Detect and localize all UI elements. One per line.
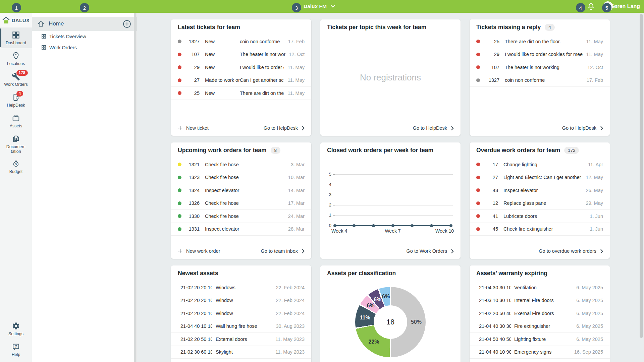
asset-row[interactable]: 21-04 30 30 10 Ventilation 6. May 2025: [470, 281, 610, 294]
ticket-row[interactable]: 107 New The heater is not working 12. Oc…: [171, 48, 311, 61]
work-order-row[interactable]: 1323 Check fire hose 10. Mar: [171, 171, 311, 184]
work-order-row[interactable]: 1331 Inspect elevator 28. Mar: [171, 223, 311, 236]
panel-item[interactable]: Tickets Overview: [32, 31, 137, 42]
sidebar-item-dashboard[interactable]: Dashboard: [0, 27, 32, 48]
work-order-row[interactable]: 12 Replace glass pane 29. May: [470, 197, 610, 210]
sidebar-item-documentation[interactable]: Documen- tation: [0, 131, 32, 156]
work-order-row[interactable]: 1326 Check fire hose 17. Mar: [171, 197, 311, 210]
ticket-row[interactable]: 107 The heater is not working 12. Oct: [470, 61, 610, 74]
ticket-row[interactable]: 29 I would like to order cookies for mee…: [470, 48, 610, 61]
work-order-date: 17. Mar: [288, 200, 305, 206]
status-dot: [476, 188, 480, 192]
panel-item[interactable]: Work Orders: [32, 42, 137, 53]
sidebar-item-settings[interactable]: Settings: [0, 318, 32, 339]
work-order-row[interactable]: 1330 Check fire hose 24. Mar: [171, 210, 311, 223]
work-order-date: 24. Mar: [288, 214, 305, 219]
work-order-subject: Check fire hose: [205, 200, 285, 206]
new-ticket-button[interactable]: New ticket: [178, 125, 209, 131]
count-badge: 4: [545, 24, 555, 31]
work-order-row[interactable]: 1324 Inspect elevator 14. Mar: [171, 184, 311, 197]
ticket-row[interactable]: 29 New I would like to order cookies for…: [171, 61, 311, 74]
asset-name: Ventilation: [514, 285, 573, 290]
asset-row[interactable]: 21-02 20 20 10 Windows 22. Feb 2024: [171, 281, 311, 294]
status-dot: [476, 78, 480, 82]
ticket-row[interactable]: 27 Made to work order Can I get another …: [171, 74, 311, 87]
work-order-row[interactable]: 27 Light and Electric: Can I get another…: [470, 171, 610, 184]
card-title: Upcoming work orders for team: [178, 147, 267, 154]
svg-text:?: ?: [15, 344, 17, 348]
work-order-row[interactable]: 1321 Check fire hose 3. Mar: [171, 158, 311, 171]
ticket-row[interactable]: 1327 coin non conforme 17. Feb: [470, 74, 610, 87]
work-order-row[interactable]: 43 Inspect elevator 26. May: [470, 184, 610, 197]
asset-row[interactable]: 21-04 40 30 30 Fire extinguisher 6. May …: [470, 320, 610, 333]
work-order-id: 27: [483, 175, 498, 180]
work-order-row[interactable]: 17 Change lighting 11. Apr: [470, 158, 610, 171]
asset-id: 21-02 30 60 10: [180, 349, 212, 355]
go-to-work-orders-link[interactable]: Go to Work Orders: [407, 248, 454, 254]
asset-row[interactable]: 21-02 20 50 10 External doors 11. May 20…: [171, 333, 311, 346]
work-order-id: 1326: [185, 200, 200, 206]
go-to-helpdesk-link[interactable]: Go to HelpDesk: [562, 125, 603, 131]
asset-date: 11. May 2023: [275, 349, 305, 355]
work-order-date: 29. May: [586, 200, 603, 206]
chevron-right-icon: [451, 249, 454, 253]
card-tickets-per-topic: Tickets per topic this week for team No …: [320, 19, 461, 136]
go-to-overdue-work-orders-link[interactable]: Go to overdue work orders: [539, 248, 603, 254]
asset-row[interactable]: 21-04 50 40 50 Lighting fixture 6. May 2…: [470, 333, 610, 346]
ticket-row[interactable]: 1327 New coin non conforme 17. Feb: [171, 35, 311, 48]
go-to-helpdesk-link[interactable]: Go to HelpDesk: [264, 125, 305, 131]
asset-row[interactable]: 21-03 10 30 10 Internal Fire doors 6. Ma…: [470, 294, 610, 307]
work-order-id: 17: [483, 162, 498, 167]
ticket-date: 11. May: [586, 39, 603, 44]
panel-scrollbar[interactable]: [134, 13, 136, 362]
ticket-row[interactable]: 25 New There are dirt on the floor. 11. …: [171, 87, 311, 100]
add-dashboard-button[interactable]: [123, 20, 131, 28]
work-order-id: 1321: [185, 162, 200, 167]
sidebar-item-helpdesk[interactable]: 4 HelpDesk: [0, 90, 32, 111]
sidebar-item-budget[interactable]: $ Budget: [0, 156, 32, 177]
work-order-date: 12. May: [586, 175, 603, 180]
help-bubble-icon: ?: [11, 342, 21, 351]
user-name[interactable]: Søren Lang: [610, 0, 640, 13]
asset-row[interactable]: 21-02 20 20 10 Window 22. Feb 2024: [171, 307, 311, 320]
card-title: Tickets missing a reply: [476, 24, 541, 31]
vertical-scrollbar-thumb[interactable]: [640, 14, 643, 338]
status-dot: [178, 214, 181, 218]
panel-items: Tickets Overview Work Orders: [32, 31, 137, 53]
team-selector[interactable]: Dalux FM: [304, 0, 335, 13]
sidebar-item-assets[interactable]: Assets: [0, 111, 32, 131]
sidebar-item-locations[interactable]: Locations: [0, 48, 32, 69]
status-dot: [476, 40, 480, 43]
svg-text:$: $: [15, 163, 17, 166]
asset-id: 21-03 10 30 10: [479, 298, 511, 303]
notifications-bell-icon[interactable]: [588, 3, 594, 10]
status-dot: [178, 163, 181, 166]
asset-name: External doors: [216, 337, 272, 342]
asset-name: Window: [216, 298, 273, 303]
new-work-order-button[interactable]: New work order: [178, 248, 220, 254]
top-bar: Dalux FM Søren Lang 1 2 3 4 5: [0, 0, 644, 13]
dalux-logo[interactable]: DALUX: [0, 13, 32, 27]
panel-header[interactable]: Home: [32, 17, 137, 31]
work-order-id: 1331: [185, 226, 200, 232]
asset-row[interactable]: 21-02 30 60 10 Skylight 11. May 2023: [171, 346, 311, 359]
go-to-team-inbox-link[interactable]: Go to team inbox: [261, 248, 305, 254]
asset-row[interactable]: 21-02 20 50 40 Exernal Fire doors 6. May…: [470, 307, 610, 320]
work-order-subject: Inspect elevator: [205, 226, 285, 232]
ticket-id: 29: [483, 52, 499, 57]
card-tickets-missing-reply: Tickets missing a reply 4 25 There are d…: [470, 19, 610, 136]
asset-row[interactable]: 21-04 40 10 10 Wall hung fire hose 30. A…: [171, 320, 311, 333]
work-order-row[interactable]: 45 Check fire extinguisher 1. Jun: [470, 223, 610, 236]
asset-date: 6. May 2025: [576, 323, 603, 329]
annotation-badge: 4: [576, 3, 585, 12]
status-dot: [178, 40, 181, 43]
ticket-row[interactable]: 25 There are dirt on the floor. 11. May: [470, 35, 610, 48]
asset-row[interactable]: 21-02 20 20 10 Window 22. Feb 2024: [171, 294, 311, 307]
sidebar-item-work-orders[interactable]: 178 Work Orders: [0, 69, 32, 90]
data-point: [333, 224, 336, 227]
work-order-row[interactable]: 41 Lubricate doors 1. Jun: [470, 210, 610, 223]
asset-row[interactable]: 21-04 40 10 90 Emergency signs 16. Sep 2…: [470, 346, 610, 359]
sidebar-item-help[interactable]: ? Help: [0, 339, 32, 360]
card-warranty-expiring: Assets’ warranty expiring 21-04 30 30 10…: [470, 265, 610, 362]
go-to-helpdesk-link[interactable]: Go to HelpDesk: [413, 125, 454, 131]
